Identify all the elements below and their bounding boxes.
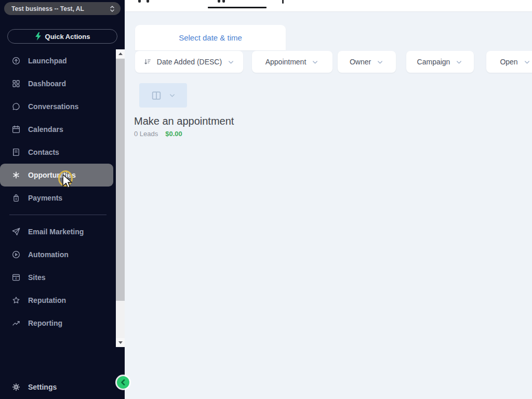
board-view-toggle-button[interactable] — [139, 83, 187, 108]
chevron-left-icon — [121, 379, 126, 385]
sidebar: Test business -- Test, AL Quick Actions … — [0, 0, 125, 399]
sidebar-item-label: Contacts — [28, 148, 59, 156]
automation-play-icon — [11, 250, 21, 259]
appointment-filter-label: Appointment — [265, 58, 307, 66]
sidebar-item-label: Reporting — [28, 319, 62, 327]
sidebar-item-label: Email Marketing — [28, 228, 84, 236]
scrollbar-thumb[interactable] — [116, 59, 125, 301]
mouse-cursor — [62, 174, 74, 191]
appointment-filter-button[interactable]: Appointment — [252, 51, 332, 73]
sidebar-item-label: Sites — [28, 273, 45, 282]
svg-text:e: e — [15, 276, 17, 280]
sidebar-item-dashboard[interactable]: Dashboard — [0, 72, 116, 95]
clipped-tab-text — [222, 0, 225, 3]
sidebar-scrollbar[interactable] — [116, 49, 125, 347]
scroll-up-arrow-icon — [118, 52, 123, 55]
sidebar-item-opportunities[interactable]: Opportunities — [0, 164, 113, 187]
star-icon — [11, 296, 21, 305]
leads-count: 0 Leads — [134, 130, 158, 138]
address-book-icon — [11, 148, 21, 157]
board-columns-icon — [151, 90, 162, 101]
payments-bag-icon — [11, 193, 21, 203]
chat-bubble-icon — [11, 102, 21, 111]
sidebar-item-label: Launchpad — [28, 57, 67, 65]
clipped-tab-text — [282, 0, 284, 4]
sort-icon — [143, 58, 152, 66]
chevron-down-icon — [168, 91, 176, 99]
scroll-down-arrow-icon — [118, 341, 123, 344]
owner-filter-button[interactable]: Owner — [338, 51, 396, 73]
chevron-down-icon — [455, 58, 463, 66]
chevron-down-icon — [227, 58, 235, 66]
lightning-bolt-icon — [35, 32, 42, 41]
pipeline-stage-meta: 0 Leads$0.00 — [134, 130, 182, 138]
owner-filter-label: Owner — [350, 58, 371, 66]
chevron-down-icon — [523, 58, 531, 66]
quick-actions-button[interactable]: Quick Actions — [7, 29, 117, 44]
clipped-tab-text — [147, 0, 149, 3]
clipped-tab-text — [138, 0, 141, 3]
chevron-down-icon — [376, 58, 384, 66]
campaign-filter-label: Campaign — [417, 58, 450, 66]
updown-chevron-icon — [109, 5, 115, 13]
status-open-filter-label: Open — [500, 58, 517, 66]
settings-label: Settings — [28, 383, 57, 391]
stage-value: $0.00 — [165, 130, 182, 138]
sort-date-added-button[interactable]: Date Added (DESC) — [135, 51, 243, 73]
sidebar-item-automation[interactable]: Automation — [0, 243, 116, 266]
sidebar-item-launchpad[interactable]: Launchpad — [0, 49, 116, 72]
sidebar-item-label: Payments — [28, 194, 62, 202]
main-content: Select date & time Date Added (DESC) App… — [125, 0, 532, 399]
scroll-up-button[interactable] — [116, 49, 125, 58]
sort-label: Date Added (DESC) — [157, 58, 222, 66]
clipped-tab-text — [218, 0, 220, 3]
sidebar-item-label: Dashboard — [28, 79, 66, 88]
opportunities-asterisk-icon — [11, 170, 21, 180]
sidebar-item-payments[interactable]: Payments — [0, 187, 116, 209]
sidebar-item-label: Calendars — [28, 125, 63, 134]
top-tab-bar — [125, 0, 532, 12]
chevron-down-icon — [311, 58, 319, 66]
gear-icon — [11, 382, 21, 392]
campaign-filter-button[interactable]: Campaign — [406, 51, 474, 73]
business-selector[interactable]: Test business -- Test, AL — [4, 2, 121, 15]
sidebar-collapse-toggle[interactable] — [117, 376, 129, 389]
sidebar-item-label: Conversations — [28, 102, 78, 111]
sidebar-nav: Launchpad Dashboard Conversations Calend… — [0, 49, 116, 335]
pipeline-stage-title: Make an appointment — [134, 115, 234, 127]
sidebar-item-conversations[interactable]: Conversations — [0, 95, 116, 118]
calendar-icon — [11, 125, 21, 134]
select-date-time-label: Select date & time — [179, 33, 242, 42]
paper-plane-icon — [11, 227, 21, 236]
sidebar-item-reporting[interactable]: Reporting — [0, 312, 116, 335]
business-selector-label: Test business -- Test, AL — [11, 5, 109, 12]
quick-actions-label: Quick Actions — [45, 33, 90, 41]
dashboard-icon — [11, 79, 21, 88]
active-tab-indicator — [208, 7, 267, 8]
scroll-down-button[interactable] — [116, 338, 125, 347]
launchpad-icon — [11, 56, 21, 65]
browser-window-icon: e — [11, 273, 21, 282]
sidebar-item-label: Reputation — [28, 296, 66, 304]
trend-up-icon — [11, 318, 21, 328]
sidebar-item-email-marketing[interactable]: Email Marketing — [0, 220, 116, 243]
select-date-time-tab[interactable]: Select date & time — [135, 25, 286, 50]
sidebar-item-calendars[interactable]: Calendars — [0, 118, 116, 141]
sidebar-item-settings[interactable]: Settings — [0, 380, 114, 394]
sidebar-item-contacts[interactable]: Contacts — [0, 141, 116, 164]
status-open-filter-button[interactable]: Open — [486, 51, 532, 73]
sidebar-item-label: Automation — [28, 250, 69, 259]
sidebar-divider — [9, 215, 107, 215]
sidebar-item-sites[interactable]: e Sites — [0, 266, 116, 289]
sidebar-item-reputation[interactable]: Reputation — [0, 289, 116, 312]
